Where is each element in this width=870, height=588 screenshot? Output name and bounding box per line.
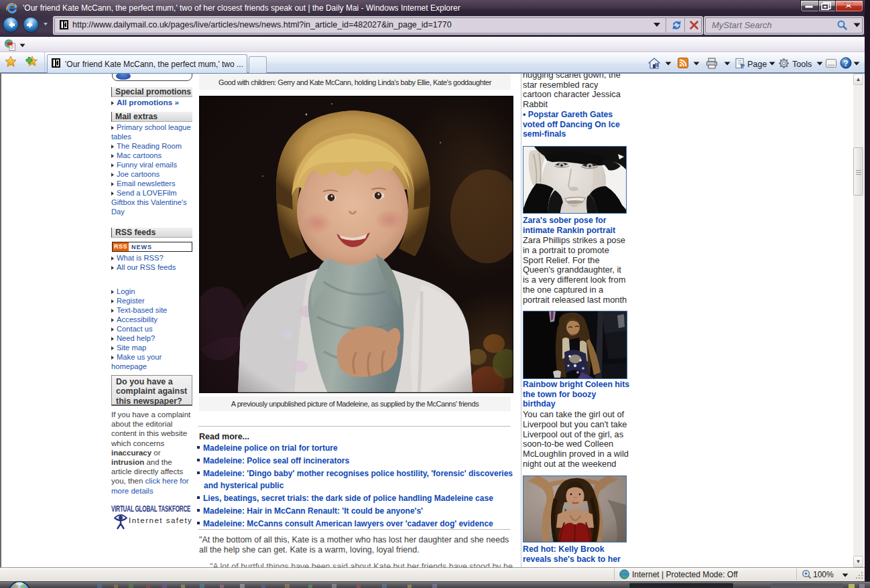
svg-text:?: ? xyxy=(843,59,848,68)
